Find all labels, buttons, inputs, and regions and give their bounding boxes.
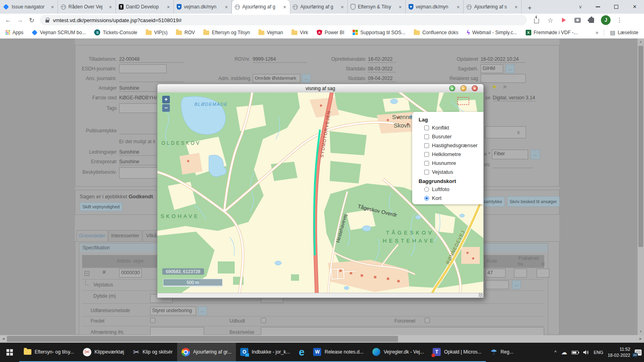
- radio-selected-icon[interactable]: [424, 196, 429, 201]
- admin-vejnr-input[interactable]: 0000030: [119, 269, 142, 278]
- tab-close-icon[interactable]: ×: [514, 4, 518, 10]
- frakorsel-til-input[interactable]: [537, 269, 549, 278]
- relateret-sag-input[interactable]: [481, 74, 526, 83]
- bookmark-tickets-console[interactable]: STickets-Console: [94, 29, 137, 35]
- vertical-scrollbar-thumb[interactable]: [638, 46, 643, 247]
- tab-eftersyn[interactable]: Eftersyn & Tilsy×: [348, 0, 406, 14]
- tab-close-icon[interactable]: ×: [50, 4, 55, 10]
- taskbar-item-teams[interactable]: TOpkald | Micros...: [428, 343, 486, 362]
- taskbar-item-klip-og-skitser[interactable]: ✂Klip og skitsér: [128, 343, 177, 362]
- bookmark-vips[interactable]: VIP(s): [146, 30, 167, 35]
- reload-icon[interactable]: ↻: [29, 16, 34, 24]
- bookmark-eftersyn[interactable]: Eftersyn og Tilsyn: [203, 30, 250, 35]
- bookmark-confluence[interactable]: Confluence doks: [414, 30, 458, 35]
- bookmark-apps[interactable]: Apps: [6, 30, 23, 35]
- extension-red-icon[interactable]: [560, 16, 568, 24]
- taskbar-item-word[interactable]: WRelease notes.d...: [309, 343, 368, 362]
- horizontal-scrollbar[interactable]: ◄ ►: [0, 335, 644, 343]
- udforelsesmetode-lookup-button[interactable]: ...: [198, 306, 207, 315]
- radio-icon[interactable]: [424, 187, 429, 192]
- background-luftfoto[interactable]: Luftfoto: [424, 186, 480, 192]
- forurenet-checkbox[interactable]: [425, 318, 430, 323]
- formaal-input[interactable]: Fiber: [492, 150, 528, 159]
- udbudt-checkbox[interactable]: [261, 318, 266, 323]
- bookmark-supportsag[interactable]: Supportsag til SOS...: [353, 30, 405, 35]
- speaker-icon[interactable]: [583, 350, 589, 355]
- tab-ajourfoering-active[interactable]: Ajourføring af g×: [232, 0, 290, 14]
- taskbar-weather-widget[interactable]: ☂Reg...: [486, 343, 518, 362]
- bookmark-powerbi[interactable]: APower BI: [317, 30, 345, 35]
- forward-icon[interactable]: →: [17, 16, 23, 24]
- map-window-titlebar[interactable]: visning af sag + − ×: [157, 84, 484, 93]
- bookmark-virk[interactable]: Virk: [291, 30, 308, 35]
- tab-ajourfoering-2[interactable]: Ajourføring af g×: [290, 0, 348, 14]
- action-center-icon[interactable]: 20: [635, 350, 642, 356]
- layer-husnumre[interactable]: Husnumre: [424, 160, 480, 166]
- tab-close-icon[interactable]: ×: [224, 4, 229, 10]
- checkbox-icon[interactable]: [424, 125, 429, 130]
- show-on-map-icon[interactable]: ⚑: [492, 84, 497, 90]
- scroll-right-icon[interactable]: ►: [637, 335, 644, 343]
- tab-close-icon[interactable]: ×: [340, 4, 345, 10]
- taskbar-item-internet-explorer[interactable]: e: [295, 343, 309, 362]
- share-icon[interactable]: [533, 16, 541, 24]
- tab-close-icon[interactable]: ×: [108, 4, 113, 10]
- vertical-scrollbar[interactable]: ▲ ▼: [638, 39, 644, 335]
- back-icon[interactable]: ←: [5, 16, 11, 24]
- vejstatus-lookup-button[interactable]: ...: [512, 280, 521, 289]
- status-input-fragment[interactable]: [493, 161, 534, 168]
- layer-konflikt[interactable]: Konflikt: [424, 125, 480, 131]
- checkbox-icon[interactable]: [424, 143, 429, 148]
- write-message-button[interactable]: Skriv besked til ansøger: [507, 196, 559, 207]
- profile-avatar[interactable]: J: [601, 15, 611, 25]
- tab-issue-navigator[interactable]: Issue navigator×: [0, 0, 58, 14]
- scroll-left-icon[interactable]: ◄: [0, 335, 7, 343]
- scroll-down-icon[interactable]: ▼: [638, 329, 644, 335]
- tab-search-chevron-icon[interactable]: ∨: [572, 4, 588, 10]
- checkbox-icon[interactable]: [424, 134, 429, 139]
- reading-list-button[interactable]: ▤Læseliste: [610, 29, 638, 36]
- window-minimize-button[interactable]: [588, 0, 607, 14]
- taskbar-item-outlook[interactable]: OIndbakke - jor_k...: [236, 343, 294, 362]
- taskbar-item-klippevaerktoj[interactable]: ✂Klippeværktøj: [78, 343, 128, 362]
- layer-hastighedsgraenser[interactable]: Hastighedsgrænser: [424, 142, 480, 148]
- esdh-input[interactable]: [119, 64, 167, 73]
- checkbox-icon[interactable]: [424, 170, 429, 175]
- bookmark-fremmode[interactable]: XFremmøde i VDF -...: [526, 30, 578, 35]
- clear-x-icon[interactable]: x: [517, 129, 522, 136]
- url-text[interactable]: vmtest.vd.dk/permissions/update.jsp?case…: [53, 17, 182, 23]
- beskrivelse-input[interactable]: [261, 327, 544, 335]
- window-minimize-button[interactable]: −: [460, 85, 466, 91]
- bookmark-webmail[interactable]: ϟWebmail - Simply.c...: [467, 29, 517, 36]
- bookmark-vejman[interactable]: Vejman: [258, 30, 283, 35]
- background-kort[interactable]: Kort: [424, 195, 480, 201]
- tab-close-icon[interactable]: ×: [456, 4, 460, 10]
- map-canvas[interactable]: BLØDEMADE OLDESKOV SKOHAVE Svenne Skovh …: [157, 93, 484, 293]
- tab-close-icon[interactable]: ×: [282, 4, 287, 10]
- vejstatus-input[interactable]: [485, 280, 509, 289]
- tab-vejman-1[interactable]: vejman.dk/myn×: [174, 0, 232, 14]
- horizontal-scrollbar-thumb[interactable]: [7, 336, 398, 342]
- sagsbeh-input[interactable]: GIHM: [481, 64, 503, 73]
- tab-close-icon[interactable]: ×: [166, 4, 171, 10]
- collapse-row-icon[interactable]: −: [85, 271, 89, 276]
- checkbox-icon[interactable]: [424, 152, 429, 157]
- language-indicator[interactable]: ENG: [594, 350, 603, 355]
- browser-menu-icon[interactable]: ⋮: [616, 16, 622, 24]
- bookmarks-overflow-icon[interactable]: »: [596, 30, 599, 35]
- taskbar-item-edge[interactable]: Vejregler.dk - Vej...: [368, 343, 428, 362]
- screenshot-extension-icon[interactable]: [574, 16, 582, 24]
- window-maximize-button[interactable]: [607, 0, 625, 14]
- fredet-checkbox[interactable]: [150, 318, 155, 323]
- taskbar-item-chrome[interactable]: Ajourføring af gr...: [177, 343, 236, 362]
- map-zoom-in-button[interactable]: +: [162, 96, 170, 103]
- udforelsesmetode-input[interactable]: Styret underboring: [150, 306, 196, 315]
- checkbox-icon[interactable]: [424, 161, 429, 166]
- tab-interessenter[interactable]: Interessenter: [108, 230, 142, 241]
- adm-inddeling-input[interactable]: Område Østdanmark: [253, 74, 300, 83]
- change-authority-button[interactable]: Skift vejmyndighed: [80, 202, 122, 211]
- taskbar-clock[interactable]: 11:5218-02-2022: [608, 346, 630, 358]
- tab-gravesteder[interactable]: Gravesteder: [76, 230, 108, 241]
- layer-vejstatus[interactable]: Vejstatus: [424, 169, 480, 175]
- extensions-puzzle-icon[interactable]: [587, 16, 595, 24]
